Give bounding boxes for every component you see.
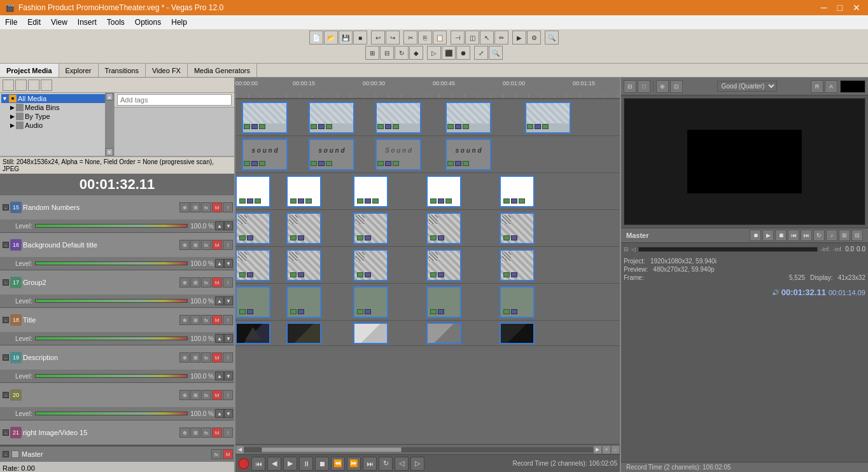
track-20-mute[interactable]: M [212,390,222,400]
split-button[interactable]: ⊣ [451,31,465,45]
tag-input[interactable] [117,94,232,106]
clip-18-1[interactable] [235,212,270,244]
master-expand[interactable]: - [3,451,9,457]
transport-pause[interactable]: ⏸ [299,457,313,471]
clip-15-2[interactable] [309,102,354,134]
clip-16-2[interactable]: s o u n d [309,139,354,170]
track-15-duplicate[interactable]: ⊞ [190,202,200,212]
track-21-duplicate[interactable]: ⊞ [190,427,200,438]
redo-button[interactable]: ↪ [386,31,400,45]
preview-zoom-btn[interactable]: ⊕ [656,80,669,93]
track-21-fx[interactable]: fx [201,427,211,438]
timeline-tracks[interactable]: s o u n d s o u n d S [235,99,620,444]
tab-transitions[interactable]: Transitions [99,64,146,77]
track-15-compositing[interactable]: ⊕ [179,202,190,212]
preview-loop-btn[interactable]: ↻ [813,230,825,241]
track-15-down[interactable]: ▼ [224,221,233,230]
tab-media-generators[interactable]: Media Generators [188,64,257,77]
track-16-up[interactable]: ▲ [215,259,224,268]
track-17-level-slider[interactable] [35,299,188,303]
transport-go-end[interactable]: ⏭ [363,457,377,471]
tree-scroll-down[interactable]: ▼ [106,148,113,156]
track-20-up[interactable]: ▲ [215,409,224,418]
clip-19-1[interactable] [235,249,270,281]
track-16-solo[interactable]: ! [223,240,233,250]
transport-next-frame[interactable]: ⏩ [347,457,361,471]
tree-item-all-media[interactable]: All Media [18,95,46,102]
menu-view[interactable]: View [46,17,73,28]
menu-file[interactable]: File [0,17,22,28]
track-15-expand[interactable]: - [3,204,9,211]
track-19-level-slider[interactable] [35,374,188,378]
timeline-hscrollbar[interactable]: ◀ ▶ + - [235,444,620,454]
clip-15-5[interactable] [525,102,571,134]
maximize-button[interactable]: □ [835,3,845,13]
track-16-duplicate[interactable]: ⊞ [190,240,200,250]
preview-next-btn[interactable]: ⏭ [801,230,812,241]
track-18-duplicate[interactable]: ⊞ [190,315,200,325]
track-18-solo[interactable]: ! [223,315,233,325]
clip-19-4[interactable] [426,249,461,281]
track-17-duplicate[interactable]: ⊞ [190,277,200,288]
clip-17-2[interactable] [286,176,321,207]
preview-full-btn[interactable]: □ [638,80,650,93]
preview-settings-btn[interactable]: ⊞ [839,230,850,241]
title-bar-right[interactable]: ─ □ ✕ [818,3,863,13]
clip-15-3[interactable] [375,102,421,134]
render-button[interactable]: ▶ [512,31,526,45]
track-19-solo[interactable]: ! [223,352,233,363]
preview-quality-select[interactable]: Good (Quarter) Best (Full) [717,81,777,92]
open-button[interactable]: 📂 [324,31,338,45]
track-18-mute[interactable]: M [212,315,222,325]
track-19-compositing[interactable]: ⊕ [179,352,190,363]
hscroll-left-btn[interactable]: ◀ [235,445,244,454]
record-button[interactable]: ⏺ [456,46,470,60]
menu-insert[interactable]: Insert [73,17,102,28]
track-17-down[interactable]: ▼ [224,296,233,305]
track-16-fx[interactable]: fx [201,240,211,250]
track-21-solo[interactable]: ! [223,427,233,438]
snap-button[interactable]: ⊞ [365,46,379,60]
transport-next-marker[interactable]: ▷ [410,457,424,471]
track-16-expand[interactable]: - [3,242,9,248]
paste-button[interactable]: 📋 [433,31,447,45]
track-20-duplicate[interactable]: ⊞ [190,390,200,400]
clip-20-1[interactable] [235,286,270,318]
track-18-up[interactable]: ▲ [215,334,224,343]
tab-project-media[interactable]: Project Media [0,64,59,77]
clip-17-4[interactable] [426,176,461,207]
undo-button[interactable]: ↩ [371,31,385,45]
transport-play-reverse[interactable]: ◀ [267,457,281,471]
track-15-fx[interactable]: fx [201,202,211,212]
clip-16-1[interactable]: s o u n d [242,139,288,170]
track-18-expand[interactable]: - [3,317,9,323]
transport-play[interactable]: ▶ [283,457,297,471]
track-21-expand[interactable]: - [3,429,9,436]
transport-record-btn[interactable] [238,458,249,469]
play-button[interactable]: ▷ [427,46,441,60]
transport-stop[interactable]: ⏹ [315,457,329,471]
cut-button[interactable]: ✂ [403,31,417,45]
tab-explorer[interactable]: Explorer [59,64,99,77]
track-19-up[interactable]: ▲ [215,371,224,380]
save-button[interactable]: 💾 [339,31,353,45]
track-17-mute[interactable]: M [212,277,222,288]
save-as-button[interactable]: ■ [353,31,367,45]
transport-prev-marker[interactable]: ◁ [395,457,409,471]
marker-button[interactable]: ◆ [409,46,423,60]
track-18-down[interactable]: ▼ [224,334,233,343]
trim-button[interactable]: ◫ [465,31,479,45]
clip-17-5[interactable] [500,176,535,207]
track-16-level-slider[interactable] [35,261,188,265]
tree-item-by-type[interactable]: By Type [25,113,50,120]
master-mute[interactable]: M [223,449,233,459]
clip-21-4[interactable] [426,323,461,344]
clip-20-4[interactable] [426,286,461,318]
hscroll-track[interactable] [244,447,593,452]
close-button[interactable]: ✕ [850,3,863,13]
preview-crop-btn[interactable]: ⊡ [670,80,683,93]
track-20-compositing[interactable]: ⊕ [179,390,190,400]
clip-17-1[interactable] [235,176,270,207]
properties-button[interactable]: ⚙ [527,31,541,45]
transport-go-start[interactable]: ⏮ [251,457,265,471]
